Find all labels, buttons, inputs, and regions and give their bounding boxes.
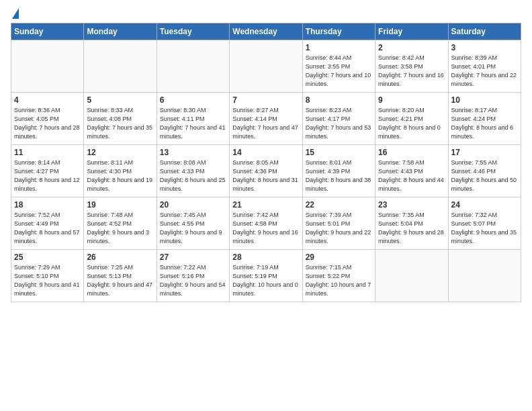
day-info: Sunrise: 7:15 AM Sunset: 5:22 PM Dayligh… <box>306 263 372 298</box>
day-info: Sunrise: 8:20 AM Sunset: 4:21 PM Dayligh… <box>378 106 445 141</box>
day-number: 19 <box>87 200 153 210</box>
calendar-week-row: 1Sunrise: 8:44 AM Sunset: 3:55 PM Daylig… <box>11 40 521 93</box>
day-info: Sunrise: 7:22 AM Sunset: 5:16 PM Dayligh… <box>160 263 226 298</box>
calendar-day-cell: 17Sunrise: 7:55 AM Sunset: 4:46 PM Dayli… <box>448 145 521 197</box>
day-info: Sunrise: 8:08 AM Sunset: 4:33 PM Dayligh… <box>160 158 226 193</box>
day-info: Sunrise: 7:29 AM Sunset: 5:10 PM Dayligh… <box>14 263 81 298</box>
calendar-table: SundayMondayTuesdayWednesdayThursdayFrid… <box>11 23 521 302</box>
day-info: Sunrise: 7:52 AM Sunset: 4:49 PM Dayligh… <box>14 211 81 246</box>
day-number: 15 <box>306 148 372 157</box>
calendar-day-cell <box>84 40 157 93</box>
calendar-day-header: Friday <box>375 24 448 40</box>
calendar-day-cell: 11Sunrise: 8:14 AM Sunset: 4:27 PM Dayli… <box>11 145 84 197</box>
day-number: 23 <box>378 200 445 210</box>
day-info: Sunrise: 7:25 AM Sunset: 5:13 PM Dayligh… <box>87 263 153 298</box>
day-info: Sunrise: 7:48 AM Sunset: 4:52 PM Dayligh… <box>87 211 153 246</box>
day-info: Sunrise: 8:05 AM Sunset: 4:36 PM Dayligh… <box>232 158 299 193</box>
day-number: 7 <box>232 95 299 105</box>
day-number: 2 <box>378 43 445 52</box>
day-number: 20 <box>160 200 226 210</box>
day-info: Sunrise: 7:19 AM Sunset: 5:19 PM Dayligh… <box>232 263 299 298</box>
calendar-day-header: Sunday <box>11 24 84 40</box>
calendar-week-row: 4Sunrise: 8:36 AM Sunset: 4:05 PM Daylig… <box>11 93 521 145</box>
day-info: Sunrise: 8:42 AM Sunset: 3:58 PM Dayligh… <box>378 54 445 89</box>
calendar-day-cell: 6Sunrise: 8:30 AM Sunset: 4:11 PM Daylig… <box>157 93 229 145</box>
day-number: 9 <box>378 95 445 105</box>
day-number: 1 <box>306 43 372 52</box>
calendar-day-cell: 29Sunrise: 7:15 AM Sunset: 5:22 PM Dayli… <box>302 250 375 302</box>
calendar-day-header: Saturday <box>448 24 521 40</box>
day-number: 17 <box>451 148 518 157</box>
calendar-day-header: Thursday <box>302 24 375 40</box>
day-number: 25 <box>14 253 81 262</box>
calendar-day-header: Tuesday <box>157 24 229 40</box>
calendar-day-cell: 24Sunrise: 7:32 AM Sunset: 5:07 PM Dayli… <box>448 197 521 250</box>
calendar-day-cell: 16Sunrise: 7:58 AM Sunset: 4:43 PM Dayli… <box>375 145 448 197</box>
calendar-day-cell: 8Sunrise: 8:23 AM Sunset: 4:17 PM Daylig… <box>302 93 375 145</box>
day-number: 10 <box>451 95 518 105</box>
logo <box>11 8 19 20</box>
day-number: 28 <box>232 253 299 262</box>
calendar-day-cell: 12Sunrise: 8:11 AM Sunset: 4:30 PM Dayli… <box>84 145 157 197</box>
day-number: 14 <box>232 148 299 157</box>
calendar-day-cell: 14Sunrise: 8:05 AM Sunset: 4:36 PM Dayli… <box>230 145 302 197</box>
calendar-day-cell: 9Sunrise: 8:20 AM Sunset: 4:21 PM Daylig… <box>375 93 448 145</box>
day-info: Sunrise: 7:32 AM Sunset: 5:07 PM Dayligh… <box>451 211 518 246</box>
calendar-day-cell: 26Sunrise: 7:25 AM Sunset: 5:13 PM Dayli… <box>84 250 157 302</box>
day-number: 3 <box>451 43 518 52</box>
day-number: 21 <box>232 200 299 210</box>
calendar-day-cell: 23Sunrise: 7:35 AM Sunset: 5:04 PM Dayli… <box>375 197 448 250</box>
day-info: Sunrise: 8:14 AM Sunset: 4:27 PM Dayligh… <box>14 158 81 193</box>
calendar-day-cell: 19Sunrise: 7:48 AM Sunset: 4:52 PM Dayli… <box>84 197 157 250</box>
day-number: 27 <box>160 253 226 262</box>
calendar-day-cell: 13Sunrise: 8:08 AM Sunset: 4:33 PM Dayli… <box>157 145 229 197</box>
day-info: Sunrise: 8:36 AM Sunset: 4:05 PM Dayligh… <box>14 106 81 141</box>
day-info: Sunrise: 7:39 AM Sunset: 5:01 PM Dayligh… <box>306 211 372 246</box>
calendar-day-cell: 1Sunrise: 8:44 AM Sunset: 3:55 PM Daylig… <box>302 40 375 93</box>
calendar-week-row: 18Sunrise: 7:52 AM Sunset: 4:49 PM Dayli… <box>11 197 521 250</box>
page-container: SundayMondayTuesdayWednesdayThursdayFrid… <box>0 0 532 308</box>
day-info: Sunrise: 8:01 AM Sunset: 4:39 PM Dayligh… <box>306 158 372 193</box>
calendar-day-header: Wednesday <box>230 24 302 40</box>
day-info: Sunrise: 8:44 AM Sunset: 3:55 PM Dayligh… <box>306 54 372 89</box>
calendar-week-row: 25Sunrise: 7:29 AM Sunset: 5:10 PM Dayli… <box>11 250 521 302</box>
day-number: 12 <box>87 148 153 157</box>
day-number: 26 <box>87 253 153 262</box>
day-number: 16 <box>378 148 445 157</box>
day-info: Sunrise: 7:42 AM Sunset: 4:58 PM Dayligh… <box>232 211 299 246</box>
calendar-day-cell: 2Sunrise: 8:42 AM Sunset: 3:58 PM Daylig… <box>375 40 448 93</box>
day-info: Sunrise: 8:23 AM Sunset: 4:17 PM Dayligh… <box>306 106 372 141</box>
day-info: Sunrise: 7:58 AM Sunset: 4:43 PM Dayligh… <box>378 158 445 193</box>
calendar-header-row: SundayMondayTuesdayWednesdayThursdayFrid… <box>11 24 521 40</box>
day-info: Sunrise: 8:11 AM Sunset: 4:30 PM Dayligh… <box>87 158 153 193</box>
day-number: 8 <box>306 95 372 105</box>
day-info: Sunrise: 7:35 AM Sunset: 5:04 PM Dayligh… <box>378 211 445 246</box>
calendar-day-cell: 5Sunrise: 8:33 AM Sunset: 4:08 PM Daylig… <box>84 93 157 145</box>
calendar-day-cell: 20Sunrise: 7:45 AM Sunset: 4:55 PM Dayli… <box>157 197 229 250</box>
calendar-day-cell <box>11 40 84 93</box>
day-info: Sunrise: 8:17 AM Sunset: 4:24 PM Dayligh… <box>451 106 518 141</box>
day-number: 18 <box>14 200 81 210</box>
day-number: 29 <box>306 253 372 262</box>
day-number: 11 <box>14 148 81 157</box>
calendar-day-cell: 27Sunrise: 7:22 AM Sunset: 5:16 PM Dayli… <box>157 250 229 302</box>
header <box>11 8 521 20</box>
calendar-day-cell <box>157 40 229 93</box>
calendar-day-cell: 18Sunrise: 7:52 AM Sunset: 4:49 PM Dayli… <box>11 197 84 250</box>
calendar-day-cell: 4Sunrise: 8:36 AM Sunset: 4:05 PM Daylig… <box>11 93 84 145</box>
day-info: Sunrise: 8:27 AM Sunset: 4:14 PM Dayligh… <box>232 106 299 141</box>
calendar-day-cell <box>448 250 521 302</box>
calendar-day-cell: 28Sunrise: 7:19 AM Sunset: 5:19 PM Dayli… <box>230 250 302 302</box>
calendar-day-cell: 22Sunrise: 7:39 AM Sunset: 5:01 PM Dayli… <box>302 197 375 250</box>
calendar-week-row: 11Sunrise: 8:14 AM Sunset: 4:27 PM Dayli… <box>11 145 521 197</box>
day-info: Sunrise: 7:45 AM Sunset: 4:55 PM Dayligh… <box>160 211 226 246</box>
day-number: 6 <box>160 95 226 105</box>
calendar-day-cell: 21Sunrise: 7:42 AM Sunset: 4:58 PM Dayli… <box>230 197 302 250</box>
day-number: 24 <box>451 200 518 210</box>
calendar-day-cell: 3Sunrise: 8:39 AM Sunset: 4:01 PM Daylig… <box>448 40 521 93</box>
logo-triangle-icon <box>12 8 19 19</box>
calendar-day-cell: 10Sunrise: 8:17 AM Sunset: 4:24 PM Dayli… <box>448 93 521 145</box>
calendar-day-header: Monday <box>84 24 157 40</box>
calendar-day-cell <box>230 40 302 93</box>
day-info: Sunrise: 7:55 AM Sunset: 4:46 PM Dayligh… <box>451 158 518 193</box>
